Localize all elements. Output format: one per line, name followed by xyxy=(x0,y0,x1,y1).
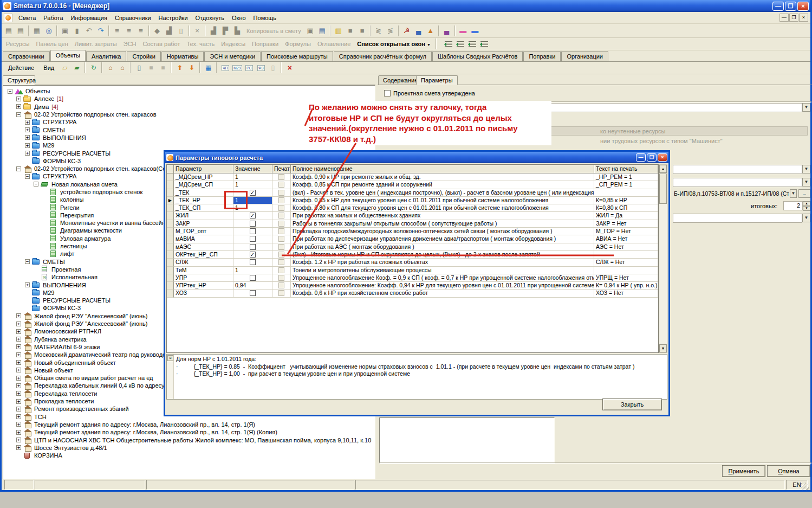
grid-scrollbar[interactable]: ▲ ▼ xyxy=(659,164,667,353)
menu-Настройки[interactable]: Настройки xyxy=(155,13,192,23)
param-fullname-cell[interactable]: Коэфф. 1.2 к НР при работах на сложных о… xyxy=(291,259,594,266)
panel-button-Состав работ[interactable]: Состав работ xyxy=(140,41,184,47)
tree-expand-toggle[interactable]: − xyxy=(16,112,21,117)
param-print-cell[interactable] xyxy=(272,251,291,259)
param-print-cell[interactable] xyxy=(272,228,291,235)
tree-expand-toggle[interactable]: − xyxy=(25,174,30,179)
tree-expand-toggle[interactable]: + xyxy=(16,414,21,419)
column-header-Значение[interactable]: Значение xyxy=(233,165,272,173)
param-fullname-cell[interactable]: Прокладка городских/междугородных волоко… xyxy=(291,228,594,235)
move-up-icon[interactable] xyxy=(457,41,464,47)
param-print-cell[interactable] xyxy=(272,267,291,274)
copy-to-estimate-button[interactable]: Копировать в смету xyxy=(243,28,304,34)
param-value-cell[interactable] xyxy=(233,235,272,243)
param-printtext-cell[interactable]: ЖИЛ = Да xyxy=(594,212,658,220)
print-checkbox-icon[interactable] xyxy=(278,252,284,258)
tree-item[interactable]: +Шоссе Энтузиастов д.48/1 xyxy=(4,444,375,452)
sort-asc-icon[interactable]: ≷ xyxy=(373,25,385,37)
folder-go-icon[interactable]: ▰ xyxy=(71,62,82,73)
tab-Справочники[interactable]: Справочники xyxy=(3,51,50,61)
eraser-blue-icon[interactable]: ▬ xyxy=(469,25,481,37)
param-printtext-cell[interactable] xyxy=(594,189,658,197)
menu-Помощь[interactable]: Помощь xyxy=(250,13,281,23)
resize-grip[interactable] xyxy=(801,483,809,490)
price-panel-icon[interactable]: ▦ xyxy=(31,25,43,37)
spin-up-icon[interactable]: ▲ xyxy=(803,201,810,206)
tab-Объекты[interactable]: Объекты xyxy=(50,50,86,61)
panel-button-Ресурсы[interactable]: Ресурсы xyxy=(3,41,33,47)
tree-expand-toggle[interactable]: + xyxy=(16,376,21,381)
print-checkbox-icon[interactable] xyxy=(278,190,284,196)
column-header-Параметр[interactable]: Параметр xyxy=(174,165,233,173)
person-add-icon[interactable]: ▟ xyxy=(207,25,219,37)
checkbox-unchecked-icon[interactable] xyxy=(250,290,256,296)
doc-gray-icon[interactable]: ▯ xyxy=(267,62,278,73)
param-fullname-cell[interactable]: (вкл) - Расчет в тек. уровне цен ( индек… xyxy=(291,189,594,197)
print-checkbox-icon[interactable] xyxy=(278,259,284,265)
grid-row[interactable]: мАЭСПри работах на АЭС ( монтаж оборудов… xyxy=(167,243,658,251)
tree-expand-toggle[interactable]: + xyxy=(25,120,30,125)
tab-structure[interactable]: Структура xyxy=(3,75,35,85)
hc-doc-icon[interactable]: ▯ xyxy=(133,62,145,73)
checkbox-icon[interactable] xyxy=(384,90,391,97)
param-printtext-cell[interactable] xyxy=(594,251,658,259)
param-value-cell[interactable]: 0,94 xyxy=(233,282,272,290)
param-print-cell[interactable] xyxy=(272,290,291,297)
grid-row[interactable]: мАВИАПри работах по диспечеризации управ… xyxy=(167,235,658,243)
checkbox-unchecked-icon[interactable] xyxy=(250,236,256,242)
totals-input[interactable]: 2 xyxy=(783,201,803,210)
column-header-Печать[interactable]: Печать xyxy=(272,165,291,173)
grid-row[interactable]: ХОЗКоэфф. 0,6 к НР при хозяйственном спо… xyxy=(167,290,658,297)
print-checkbox-icon[interactable] xyxy=(278,197,284,203)
doc-badge-М29[interactable]: М29 xyxy=(231,62,243,73)
param-printtext-cell[interactable]: _НР_РЕМ = 1 xyxy=(594,173,658,181)
mdi-restore-icon[interactable]: ❐ xyxy=(789,14,798,22)
tree-expand-toggle[interactable]: + xyxy=(16,407,21,411)
house-struct-icon[interactable]: ⌂ xyxy=(116,62,128,73)
param-fullname-cell[interactable]: Коэфф. 0,90 к НР при ремонте жилых и общ… xyxy=(291,173,594,181)
tree-expand-toggle[interactable]: + xyxy=(16,445,21,450)
param-value-cell[interactable] xyxy=(233,228,272,235)
tab-Шаблоны Сводных Расчётов[interactable]: Шаблоны Сводных Расчётов xyxy=(432,51,523,61)
tree-item[interactable]: +Текущий ремонт здания по адресу: г.Моск… xyxy=(4,428,375,436)
person-edit-icon[interactable]: ▛ xyxy=(219,25,231,37)
scroll-down-icon[interactable]: ▼ xyxy=(659,344,667,352)
truck-icon[interactable]: ▄ xyxy=(413,25,425,37)
grid-row[interactable]: _МДСрем_НР1Коэфф. 0,90 к НР при ремонте … xyxy=(167,173,658,181)
param-print-cell[interactable] xyxy=(272,181,291,189)
chart-icon[interactable]: ▥ xyxy=(333,25,345,37)
sort-desc-icon[interactable]: ≶ xyxy=(385,25,397,37)
checkbox-unchecked-icon[interactable] xyxy=(250,259,256,265)
tree-expand-toggle[interactable]: + xyxy=(16,368,21,372)
tree-item[interactable]: +Текущий ремонт здания по адресу: г.Моск… xyxy=(4,421,375,428)
checkbox-checked-icon[interactable]: ✓ xyxy=(250,252,256,258)
tab-Нормативы[interactable]: Нормативы xyxy=(161,51,204,61)
print-checkbox-icon[interactable] xyxy=(278,221,284,227)
doc-badge-ЧП[interactable]: ЧП xyxy=(219,62,231,73)
copy-icon[interactable]: ▣ xyxy=(304,25,316,37)
param-value-cell[interactable]: 1 xyxy=(233,267,272,274)
print-checkbox-icon[interactable] xyxy=(278,267,284,273)
tree-expand-toggle[interactable]: + xyxy=(16,321,21,326)
tab-Справочник расчётных формул[interactable]: Справочник расчётных формул xyxy=(334,51,432,61)
dialog-maximize-icon[interactable]: ❐ xyxy=(647,153,657,162)
param-print-cell[interactable] xyxy=(272,173,291,181)
row-delete-icon[interactable]: ≡ xyxy=(123,25,135,37)
param-value-cell[interactable] xyxy=(233,243,272,251)
combo-field-3[interactable] xyxy=(673,214,802,223)
doc-badge-ФЗ[interactable]: ФЗ xyxy=(255,62,267,73)
action-menu-Действие[interactable]: Действие xyxy=(4,63,38,73)
param-fullname-cell[interactable]: Коэфф. 0,80 к СП для текущего уровня цен… xyxy=(291,204,594,212)
down-icon[interactable]: ⬇ xyxy=(186,62,197,73)
param-value-cell[interactable]: 1 xyxy=(233,173,272,181)
ellipsis-button[interactable]: ... xyxy=(798,189,810,198)
chevron-down-icon[interactable]: ▼ xyxy=(802,103,810,112)
param-printtext-cell[interactable]: К=0,85 к НР xyxy=(594,197,658,204)
close-icon[interactable]: × xyxy=(797,2,809,11)
move-out-icon[interactable] xyxy=(469,41,476,47)
up-icon[interactable]: ⬆ xyxy=(174,62,185,73)
param-name-cell[interactable]: УПРтек_НР xyxy=(174,282,233,290)
labor-icon[interactable]: ☭ xyxy=(401,25,413,37)
param-name-cell[interactable]: ТиМ xyxy=(174,267,233,274)
param-print-cell[interactable] xyxy=(272,243,291,251)
